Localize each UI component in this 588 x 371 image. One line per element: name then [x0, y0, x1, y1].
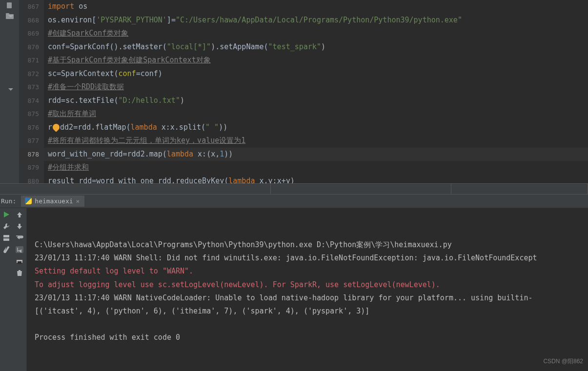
- svg-rect-0: [7, 2, 12, 8]
- fold-chevron-down-icon[interactable]: [8, 14, 14, 20]
- code-line[interactable]: result_rdd=word_with_one_rdd.reduceByKey…: [48, 175, 588, 184]
- code-line[interactable]: os.environ['PYSPARK_PYTHON']="C:/Users/h…: [48, 14, 588, 27]
- terminal-line: 23/01/13 11:17:40 WARN Shell: Did not fi…: [35, 252, 588, 265]
- line-number: 877: [20, 134, 39, 148]
- code-line[interactable]: #将所有单词都转换为二元元组，单词为key，value设置为1: [48, 134, 588, 148]
- code-line[interactable]: rdd2=rdd.flatMap(lambda x:x.split(" ")): [48, 121, 588, 135]
- run-side-icons-2: [12, 208, 27, 371]
- run-output-area: C:\Users\hawa\AppData\Local\Programs\Pyt…: [0, 208, 588, 371]
- trash-icon[interactable]: [16, 270, 23, 276]
- terminal-line: To adjust logging level use sc.setLogLev…: [35, 278, 588, 292]
- code-line[interactable]: conf=SparkConf().setMaster("local[*]").s…: [48, 40, 588, 54]
- intention-bulb-icon[interactable]: [51, 122, 61, 132]
- down-arrow-icon[interactable]: [16, 223, 23, 230]
- code-line[interactable]: #取出所有单词: [48, 107, 588, 121]
- line-number: 867: [20, 0, 39, 14]
- line-number: 875: [20, 107, 39, 121]
- attach-icon[interactable]: [3, 246, 10, 253]
- line-number: 873: [20, 80, 39, 94]
- terminal-line: C:\Users\hawa\AppData\Local\Programs\Pyt…: [35, 238, 588, 252]
- file-icon: [6, 2, 13, 9]
- scroll-to-end-icon[interactable]: [16, 246, 23, 253]
- line-number-gutter: 8678688698708718728738748758768778788798…: [20, 0, 44, 183]
- svg-rect-4: [3, 238, 9, 241]
- line-number: 872: [20, 67, 39, 81]
- run-icon[interactable]: [3, 211, 10, 218]
- svg-rect-3: [3, 235, 9, 237]
- code-line[interactable]: rdd=sc.textFile("D:/hello.txt"): [48, 94, 588, 108]
- code-line[interactable]: sc=SparkContext(conf=conf): [48, 67, 588, 81]
- line-number: 870: [20, 40, 39, 54]
- terminal-line: Process finished with exit code 0: [35, 331, 588, 344]
- layout-icon[interactable]: [3, 234, 10, 241]
- code-editor[interactable]: import osos.environ['PYSPARK_PYTHON']="C…: [44, 0, 588, 183]
- run-side-icons-1: [0, 208, 12, 371]
- terminal-line: [('itcast', 4), ('python', 6), ('itheima…: [35, 305, 588, 318]
- run-tab-label: heimaxuexi: [35, 197, 73, 205]
- wrench-icon[interactable]: [3, 223, 10, 230]
- code-line[interactable]: #准备一个RDD读取数据: [48, 80, 588, 94]
- code-line[interactable]: word_with_one_rdd=rdd2.map(lambda x:(x,1…: [48, 148, 588, 161]
- run-toolbar: Run: heimaxuexi ×: [0, 195, 588, 208]
- soft-wrap-icon[interactable]: [16, 234, 23, 241]
- line-number: 879: [20, 161, 39, 175]
- python-icon: [25, 197, 32, 204]
- run-output[interactable]: C:\Users\hawa\AppData\Local\Programs\Pyt…: [27, 208, 588, 371]
- code-line[interactable]: #创建SparkConf类对象: [48, 27, 588, 40]
- line-number: 869: [20, 27, 39, 40]
- line-number: 871: [20, 54, 39, 67]
- terminal-line: 23/01/13 11:17:40 WARN NativeCodeLoader:…: [35, 292, 588, 305]
- run-tab-heimaxuexi[interactable]: heimaxuexi ×: [21, 195, 84, 207]
- print-icon[interactable]: [16, 258, 23, 265]
- fold-chevron-down-icon[interactable]: [8, 87, 14, 93]
- svg-rect-6: [18, 261, 21, 264]
- watermark: CSDN @阳862: [543, 355, 583, 368]
- editor-area: 8678688698708718728738748758768778788798…: [0, 0, 588, 183]
- line-number: 880: [20, 175, 39, 184]
- editor-left-margin: [0, 0, 20, 183]
- line-number: 868: [20, 14, 39, 27]
- line-number: 878: [20, 148, 39, 161]
- code-line[interactable]: import os: [48, 0, 588, 14]
- code-line[interactable]: #分组并求和: [48, 161, 588, 175]
- editor-bottom-bar: [0, 183, 588, 195]
- line-number: 876: [20, 121, 39, 135]
- terminal-line: Setting default log level to "WARN".: [35, 265, 588, 278]
- code-line[interactable]: #基于SparkConf类对象创建SparkContext对象: [48, 54, 588, 67]
- up-arrow-icon[interactable]: [16, 211, 23, 218]
- line-number: 874: [20, 94, 39, 108]
- close-icon[interactable]: ×: [76, 197, 80, 205]
- terminal-line: [35, 318, 588, 331]
- run-label: Run:: [1, 197, 16, 205]
